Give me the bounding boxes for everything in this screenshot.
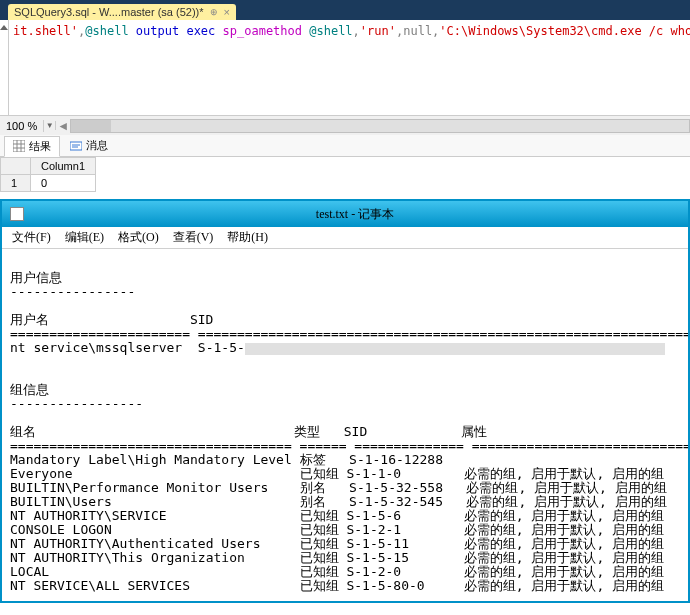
cell-value[interactable]: 0 [31,175,96,192]
tok-comma: , [353,24,360,38]
zoom-bar: 100 % ▼ ◄ [0,115,690,135]
editor-tab[interactable]: SQLQuery3.sql - W....master (sa (52))* ⊕… [8,4,236,20]
row-header: 1 [1,175,31,192]
editor-tab-label: SQLQuery3.sql - W....master (sa (52))* [14,6,204,18]
notepad-text: 用户信息 ---------------- 用户名 SID ==========… [10,270,688,593]
notepad-title-bar[interactable]: test.txt - 记事本 [2,201,688,227]
redacted-sid [245,343,665,355]
tab-messages[interactable]: 消息 [62,136,116,155]
scrollbar-left-icon[interactable]: ◄ [56,119,70,133]
column-header[interactable]: Column1 [31,158,96,175]
menu-file[interactable]: 文件(F) [6,227,57,248]
result-grid[interactable]: Column1 1 0 [0,157,690,199]
tok-str: it.shell' [13,24,78,38]
tok-kw: exec [186,24,222,38]
menu-format[interactable]: 格式(O) [112,227,165,248]
close-icon[interactable]: × [224,6,230,18]
notepad-app-icon [10,207,24,221]
menu-edit[interactable]: 编辑(E) [59,227,110,248]
menu-view[interactable]: 查看(V) [167,227,220,248]
tok-fn: sp_oamethod [223,24,310,38]
sql-editor[interactable]: it.shell',@shell output exec sp_oamethod… [0,20,690,115]
scrollbar-thumb[interactable] [71,120,111,132]
messages-icon [70,140,82,152]
tok-kw: output [129,24,187,38]
tok-str: 'run' [360,24,396,38]
results-tab-bar: 结果 消息 [0,135,690,157]
svg-rect-0 [13,140,25,152]
notepad-menu-bar: 文件(F) 编辑(E) 格式(O) 查看(V) 帮助(H) [2,227,688,249]
grid-icon [13,140,25,152]
notepad-title: test.txt - 记事本 [30,206,680,223]
menu-help[interactable]: 帮助(H) [221,227,274,248]
tab-results-label: 结果 [29,139,51,154]
horizontal-scrollbar[interactable] [70,119,690,133]
tab-results[interactable]: 结果 [4,136,60,157]
editor-tab-bar: SQLQuery3.sql - W....master (sa (52))* ⊕… [0,0,690,20]
tok-var: @shell [85,24,128,38]
grid-corner [1,158,31,175]
zoom-dropdown-icon[interactable]: ▼ [44,121,56,130]
pin-icon[interactable]: ⊕ [210,7,218,17]
notepad-window: test.txt - 记事本 文件(F) 编辑(E) 格式(O) 查看(V) 帮… [0,199,690,603]
table-row[interactable]: 1 0 [1,175,96,192]
tab-messages-label: 消息 [86,138,108,153]
tok-str: 'C:\Windows\System32\cmd.exe /c whoami /… [439,24,690,38]
svg-rect-5 [70,142,82,150]
tok-null: null [403,24,432,38]
notepad-body[interactable]: 用户信息 ---------------- 用户名 SID ==========… [2,249,688,601]
zoom-level[interactable]: 100 % [0,120,44,132]
gutter-arrow-icon [0,25,8,30]
tok-var: @shell [309,24,352,38]
sql-line: it.shell',@shell output exec sp_oamethod… [9,20,690,115]
editor-gutter [0,20,9,115]
